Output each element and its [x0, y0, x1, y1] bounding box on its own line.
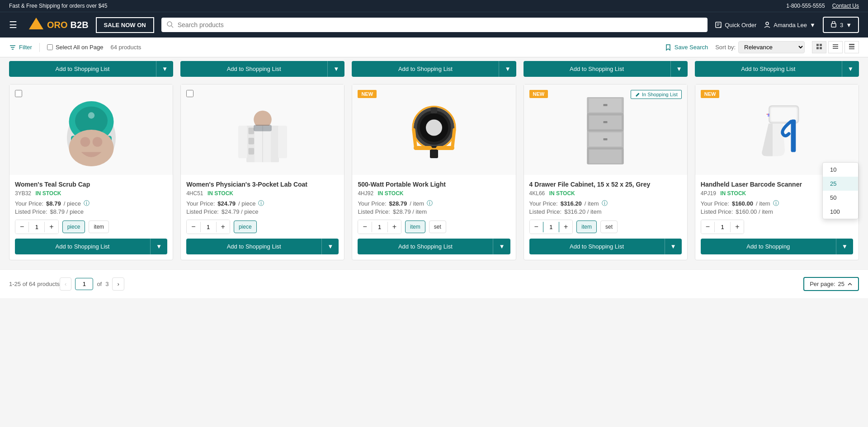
top-add-dropdown-5[interactable]: ▼ [842, 61, 859, 77]
price-info-4[interactable]: ⓘ [602, 199, 608, 207]
svg-rect-1 [33, 24, 39, 29]
new-badge-4: NEW [529, 90, 548, 98]
logo-icon [28, 17, 44, 33]
unit-set-3[interactable]: set [429, 221, 446, 233]
filter-button[interactable]: Filter [9, 44, 32, 51]
price-info-5[interactable]: ⓘ [773, 199, 779, 207]
product-checkbox-1[interactable] [15, 90, 22, 97]
qty-plus-3[interactable]: + [388, 220, 401, 234]
top-add-dropdown-3[interactable]: ▼ [499, 61, 516, 77]
per-page-option-50[interactable]: 50 [823, 191, 858, 205]
in-stock-badge-5: IN STOCK [720, 190, 746, 197]
unit-set-4[interactable]: set [600, 221, 618, 233]
qty-input-2[interactable] [200, 222, 217, 232]
unit-item-4[interactable]: item [576, 221, 597, 233]
quick-order-button[interactable]: Quick Order [715, 21, 756, 28]
qty-input-5[interactable] [714, 222, 731, 232]
list-view-button[interactable] [828, 41, 843, 53]
qty-input-3[interactable] [372, 222, 388, 232]
qty-input-4[interactable] [543, 222, 559, 232]
sale-button[interactable]: SALE NOW ON [96, 17, 154, 33]
promo-text: Fast & Free Shipping for orders over $45 [9, 3, 107, 9]
qty-plus-2[interactable]: + [217, 220, 230, 234]
listed-price-row-3: Listed Price: $28.79 / item [358, 208, 510, 215]
top-add-dropdown-1[interactable]: ▼ [156, 61, 173, 77]
product-checkbox-2[interactable] [186, 90, 193, 97]
top-add-dropdown-4[interactable]: ▼ [670, 61, 688, 77]
your-price-row-1: Your Price: $8.79 / piece ⓘ [15, 199, 167, 207]
add-shopping-dropdown-2[interactable]: ▼ [321, 239, 339, 254]
in-stock-badge-1: IN STOCK [35, 190, 61, 197]
qty-minus-3[interactable]: − [358, 220, 371, 234]
add-shopping-dropdown-5[interactable]: ▼ [836, 239, 853, 254]
add-to-shopping-list-5[interactable]: Add to Shopping [701, 239, 836, 254]
in-shopping-list-badge-4[interactable]: In Shopping List [631, 90, 682, 99]
user-menu[interactable]: Amanda Lee ▼ [764, 21, 816, 28]
add-to-cart-row-3: Add to Shopping List ▼ [358, 239, 510, 254]
select-all-checkbox[interactable] [47, 44, 53, 50]
compact-view-button[interactable] [844, 41, 859, 53]
qty-plus-5[interactable]: + [731, 220, 744, 234]
add-to-shopping-list-4[interactable]: Add to Shopping List [529, 239, 665, 254]
qty-plus-4[interactable]: + [559, 220, 572, 234]
product-grid: Women's Teal Scrub Cap 3YB32 IN STOCK Yo… [9, 84, 859, 260]
save-search-button[interactable]: Save Search [665, 44, 708, 51]
add-shopping-dropdown-3[interactable]: ▼ [493, 239, 510, 254]
qty-minus-1[interactable]: − [15, 220, 28, 234]
add-to-shopping-list-1[interactable]: Add to Shopping List [15, 239, 150, 254]
compact-icon [849, 43, 855, 50]
prev-page-button[interactable]: ‹ [60, 277, 71, 291]
search-input[interactable] [178, 21, 702, 28]
file-cabinet-image [565, 89, 646, 170]
top-add-shopping-list-2[interactable]: Add to Shopping List [180, 61, 327, 77]
unit-piece-2[interactable]: piece [234, 221, 257, 233]
add-to-shopping-list-2[interactable]: Add to Shopping List [186, 239, 321, 254]
qty-minus-5[interactable]: − [701, 220, 714, 234]
scrub-cap-image [51, 89, 132, 170]
top-add-dropdown-2[interactable]: ▼ [327, 61, 344, 77]
top-bar: Fast & Free Shipping for orders over $45… [0, 0, 868, 12]
add-to-shopping-list-3[interactable]: Add to Shopping List [358, 239, 493, 254]
top-add-btn-1: Add to Shopping List ▼ [9, 61, 173, 77]
top-add-shopping-list-4[interactable]: Add to Shopping List [524, 61, 670, 77]
product-image-1 [9, 84, 173, 175]
svg-rect-21 [849, 46, 854, 47]
price-info-1[interactable]: ⓘ [84, 199, 90, 207]
unit-piece-1[interactable]: piece [62, 221, 85, 233]
select-all-label[interactable]: Select All on Page [47, 44, 104, 51]
add-shopping-dropdown-1[interactable]: ▼ [150, 239, 167, 254]
per-page-button[interactable]: Per page: 25 [803, 277, 859, 291]
add-shopping-dropdown-4[interactable]: ▼ [665, 239, 682, 254]
pagination-row: 1-25 of 64 products ‹ of 3 › Per page: 2… [0, 269, 868, 298]
per-page-option-100[interactable]: 100 [823, 205, 858, 219]
qty-row-3: − + item set [358, 220, 510, 234]
unit-item-3[interactable]: item [405, 221, 425, 233]
product-body-4: 4 Drawer File Cabinet, 15 x 52 x 25, Gre… [524, 175, 687, 260]
current-page-input[interactable] [75, 278, 93, 290]
sort-dropdown[interactable]: Relevance Price: Low to High Price: High… [738, 41, 805, 53]
top-add-shopping-list-1[interactable]: Add to Shopping List [9, 61, 156, 77]
contact-us-link[interactable]: Contact Us [832, 3, 859, 9]
top-add-shopping-list-3[interactable]: Add to Shopping List [352, 61, 499, 77]
qty-plus-1[interactable]: + [45, 220, 58, 234]
unit-item-1[interactable]: item [89, 221, 109, 233]
grid-view-button[interactable] [812, 41, 826, 53]
product-card-2: Women's Physician's 3-Pocket Lab Coat 4H… [180, 84, 344, 260]
hamburger-icon[interactable]: ☰ [9, 19, 17, 30]
search-bar [161, 18, 708, 32]
top-add-shopping-list-5[interactable]: Add to Shopping List [695, 61, 842, 77]
qty-minus-2[interactable]: − [187, 220, 200, 234]
qty-minus-4[interactable]: − [530, 220, 543, 234]
next-page-button[interactable]: › [112, 277, 124, 291]
per-page-option-10[interactable]: 10 [823, 163, 858, 177]
product-title-1: Women's Teal Scrub Cap [15, 180, 167, 188]
price-info-3[interactable]: ⓘ [427, 199, 433, 207]
logo[interactable]: OROB2B [28, 17, 89, 33]
sort-select[interactable]: Sort by: Relevance Price: Low to High Pr… [715, 41, 805, 53]
price-info-2[interactable]: ⓘ [258, 199, 264, 207]
grid-icon [816, 43, 822, 50]
qty-input-1[interactable] [28, 222, 45, 232]
products-section: Add to Shopping List ▼ Add to Shopping L… [0, 57, 868, 269]
cart-button[interactable]: 3 ▼ [823, 17, 859, 33]
per-page-option-25[interactable]: 25 [823, 177, 858, 191]
